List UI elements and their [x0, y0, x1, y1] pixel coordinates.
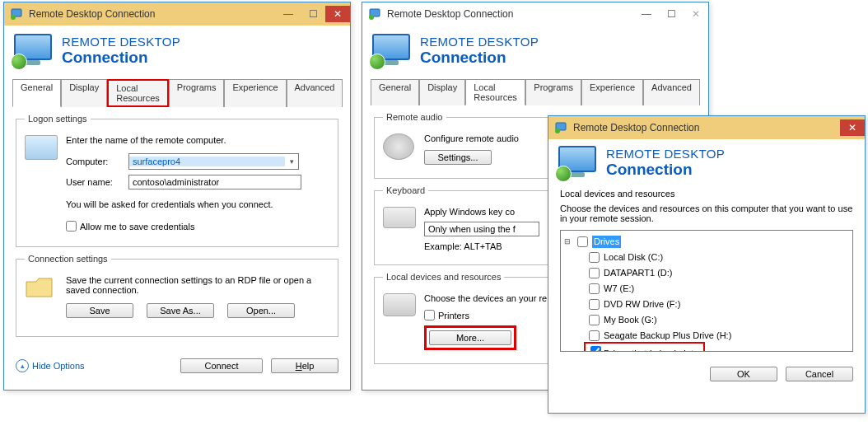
computer-label: Computer: — [66, 157, 122, 166]
allow-save-checkbox[interactable]: Allow me to save credentials — [66, 221, 194, 232]
logon-legend: Logon settings — [25, 114, 91, 124]
keyboard-select[interactable]: Only when using the f — [424, 222, 539, 236]
maximize-button[interactable]: ☐ — [301, 6, 325, 22]
save-button[interactable]: Save — [66, 303, 133, 318]
hide-options-link[interactable]: ▴ Hide Options — [16, 359, 85, 372]
maximize-button[interactable]: ☐ — [659, 6, 684, 22]
tree-drive-e[interactable]: W7 (E:) — [604, 283, 634, 295]
computer-icon — [25, 135, 59, 160]
username-input[interactable] — [128, 175, 301, 189]
cancel-button[interactable]: Cancel — [786, 367, 853, 381]
audio-legend: Remote audio — [383, 112, 446, 122]
keyboard-icon — [383, 207, 418, 228]
username-label: User name: — [66, 177, 122, 187]
plug-later-highlight: Drives that I plug in later — [586, 344, 703, 352]
svg-point-3 — [369, 15, 374, 20]
ok-button[interactable]: OK — [710, 367, 777, 381]
tab-programs[interactable]: Programs — [525, 79, 581, 105]
svg-point-1 — [11, 15, 16, 20]
drives-tree[interactable]: ⊟Drives Local Disk (C:) DATAPART1 (D:) W… — [560, 230, 853, 352]
section-note: Choose the devices and resources on this… — [560, 203, 853, 223]
tree-drive-d[interactable]: DATAPART1 (D:) — [604, 267, 673, 279]
tab-advanced[interactable]: Advanced — [287, 79, 343, 107]
drive-g-checkbox[interactable] — [589, 315, 600, 325]
titlebar[interactable]: Remote Desktop Connection — ☐ ✕ — [4, 2, 350, 26]
window-title: Remote Desktop Connection — [573, 122, 840, 133]
tab-advanced[interactable]: Advanced — [643, 79, 700, 105]
collapse-icon[interactable]: ⊟ — [562, 236, 572, 248]
conn-legend: Connection settings — [25, 254, 111, 264]
titlebar[interactable]: Remote Desktop Connection — ☐ ✕ — [362, 2, 708, 26]
more-button[interactable]: More... — [429, 330, 511, 345]
save-as-button[interactable]: Save As... — [147, 303, 214, 318]
tab-local-resources[interactable]: Local Resources — [107, 79, 169, 107]
header-line2: Connection — [420, 49, 539, 67]
rdc-window-general: Remote Desktop Connection — ☐ ✕ REMOTE D… — [3, 2, 351, 391]
plug-later-checkbox[interactable] — [590, 346, 601, 352]
audio-settings-button[interactable]: Settings... — [424, 150, 492, 165]
printers-input[interactable] — [424, 310, 435, 320]
tab-display[interactable]: Display — [419, 79, 465, 105]
rdc-more-dialog: Remote Desktop Connection ✕ REMOTE DESKT… — [548, 115, 866, 414]
header-line1: REMOTE DESKTOP — [606, 147, 725, 161]
tree-drive-g[interactable]: My Book (G:) — [604, 314, 657, 326]
allow-save-input[interactable] — [66, 221, 77, 232]
speaker-icon — [383, 133, 418, 160]
header: REMOTE DESKTOP Connection — [4, 26, 350, 75]
tree-drive-h[interactable]: Seagate Backup Plus Drive (H:) — [604, 330, 731, 342]
section-title: Local devices and resources — [560, 189, 853, 199]
logon-instruction: Enter the name of the remote computer. — [66, 135, 329, 145]
tab-programs[interactable]: Programs — [169, 79, 225, 107]
drive-f-checkbox[interactable] — [589, 299, 600, 310]
tab-experience[interactable]: Experience — [224, 79, 286, 107]
tab-general[interactable]: General — [371, 79, 419, 105]
rdc-header-icon — [372, 34, 412, 67]
drive-h-checkbox[interactable] — [589, 330, 600, 341]
header: REMOTE DESKTOP Connection — [362, 26, 708, 75]
header-line2: Connection — [62, 49, 180, 67]
close-button[interactable]: ✕ — [684, 6, 708, 22]
close-button[interactable]: ✕ — [840, 119, 865, 136]
printers-checkbox[interactable]: Printers — [424, 310, 469, 320]
logon-settings-group: Logon settings Enter the name of the rem… — [16, 114, 338, 247]
tab-local-resources[interactable]: Local Resources — [465, 79, 525, 105]
header-line1: REMOTE DESKTOP — [420, 35, 539, 49]
tabs: General Display Local Resources Programs… — [12, 78, 342, 107]
printers-label: Printers — [438, 311, 469, 320]
tree-plug-later[interactable]: Drives that I plug in later — [604, 348, 702, 352]
minimize-button[interactable]: — — [276, 6, 301, 22]
open-button[interactable]: Open... — [227, 303, 295, 318]
tree-drive-f[interactable]: DVD RW Drive (F:) — [604, 298, 680, 311]
header: REMOTE DESKTOP Connection — [548, 139, 865, 182]
window-title: Remote Desktop Connection — [387, 8, 634, 20]
tab-display[interactable]: Display — [61, 79, 107, 107]
allow-save-label: Allow me to save credentials — [80, 222, 194, 232]
window-title: Remote Desktop Connection — [29, 8, 276, 20]
close-button[interactable]: ✕ — [325, 6, 350, 22]
tree-drives[interactable]: Drives — [592, 236, 621, 248]
tabs: General Display Local Resources Programs… — [371, 78, 700, 105]
titlebar[interactable]: Remote Desktop Connection ✕ — [548, 116, 865, 139]
header-line2: Connection — [606, 161, 725, 179]
tab-experience[interactable]: Experience — [581, 79, 643, 105]
computer-combobox[interactable]: surfacepro4 ▾ — [128, 153, 299, 170]
ldr-legend: Local devices and resources — [383, 272, 504, 282]
hide-options-label: Hide Options — [32, 361, 85, 371]
folder-icon — [25, 275, 59, 300]
minimize-button[interactable]: — — [634, 6, 659, 22]
tree-drive-c[interactable]: Local Disk (C:) — [604, 251, 663, 264]
svg-point-5 — [555, 129, 560, 133]
more-button-highlight: More... — [424, 325, 516, 350]
drive-d-checkbox[interactable] — [589, 268, 600, 278]
connect-button[interactable]: Connect — [180, 358, 263, 373]
drives-checkbox[interactable] — [577, 236, 588, 247]
chevron-down-icon[interactable]: ▾ — [285, 157, 298, 166]
tab-general[interactable]: General — [12, 79, 61, 107]
drive-c-checkbox[interactable] — [589, 252, 600, 263]
drive-e-checkbox[interactable] — [589, 283, 600, 294]
rdc-header-icon — [14, 34, 54, 67]
credentials-note: You will be asked for credentials when y… — [66, 199, 329, 209]
help-button[interactable]: Help — [271, 358, 338, 373]
connection-settings-group: Connection settings Save the current con… — [16, 254, 338, 337]
computer-value: surfacepro4 — [129, 157, 285, 166]
